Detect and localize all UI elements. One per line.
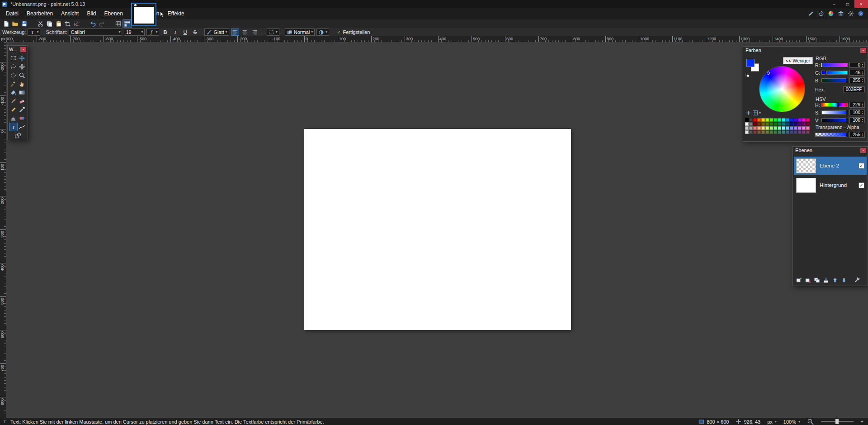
tools-toggle[interactable] bbox=[807, 10, 815, 18]
palette-swatch[interactable] bbox=[790, 126, 793, 130]
palette-swatch[interactable] bbox=[761, 126, 765, 130]
add-color-button[interactable] bbox=[745, 110, 751, 116]
align-left-button[interactable] bbox=[231, 29, 239, 36]
palette-swatch[interactable] bbox=[745, 118, 749, 122]
antialias-select[interactable]: Glatt ▾ bbox=[204, 29, 229, 36]
palette-swatch[interactable] bbox=[749, 118, 753, 122]
open-folder-button[interactable] bbox=[10, 19, 19, 28]
move-selection-tool-button[interactable] bbox=[18, 62, 26, 71]
italic-button[interactable]: I bbox=[171, 29, 179, 36]
align-center-button[interactable] bbox=[241, 29, 249, 36]
bold-button[interactable]: B bbox=[161, 29, 169, 36]
layers-window-titlebar[interactable]: Ebenen × bbox=[793, 147, 868, 154]
palette-swatch[interactable] bbox=[769, 122, 773, 126]
minimize-button[interactable]: – bbox=[827, 0, 841, 8]
underline-button[interactable]: U bbox=[181, 29, 189, 36]
palette-swatch[interactable] bbox=[757, 126, 761, 130]
palette-swatch[interactable] bbox=[774, 130, 777, 134]
image-thumbnail-tab[interactable] bbox=[131, 3, 156, 26]
menu-ebenen[interactable]: Ebenen bbox=[100, 9, 127, 19]
palette-swatch[interactable] bbox=[745, 130, 749, 134]
copy-button[interactable] bbox=[45, 19, 54, 28]
zoom-slider-thumb[interactable] bbox=[835, 419, 839, 424]
palette-swatch[interactable] bbox=[774, 122, 777, 126]
palette-swatch[interactable] bbox=[753, 126, 757, 130]
settings-gear[interactable] bbox=[847, 10, 855, 18]
tool-selector[interactable]: T ▾ bbox=[28, 29, 40, 36]
palette-swatch[interactable] bbox=[778, 118, 781, 122]
color-picker-tool-button[interactable] bbox=[18, 105, 26, 114]
crop-image-button[interactable] bbox=[63, 19, 72, 28]
magic-wand-tool-button[interactable] bbox=[9, 80, 18, 88]
palette-swatch[interactable] bbox=[794, 122, 797, 126]
h-slider[interactable] bbox=[821, 103, 848, 107]
palette-swatch[interactable] bbox=[782, 130, 785, 134]
text-tool-button[interactable]: T bbox=[9, 123, 18, 131]
title-bar[interactable]: *Unbenannt.png - paint.net 5.0.13 – □ × bbox=[0, 0, 868, 8]
palette-swatch[interactable] bbox=[761, 130, 765, 134]
s-spinner[interactable]: ▲▼ bbox=[861, 110, 864, 115]
canvas[interactable] bbox=[304, 129, 571, 330]
palette-swatch[interactable] bbox=[786, 126, 789, 130]
b-slider[interactable] bbox=[821, 78, 848, 82]
palette-swatch[interactable] bbox=[753, 118, 757, 122]
menu-ansicht[interactable]: Ansicht bbox=[57, 9, 83, 19]
close-icon[interactable]: × bbox=[860, 48, 866, 53]
font-size-select[interactable]: 19 ▾ bbox=[124, 29, 145, 36]
palette-swatch[interactable] bbox=[745, 126, 749, 130]
shapes-tool-button[interactable] bbox=[14, 131, 22, 140]
v-spinner[interactable]: ▲▼ bbox=[861, 118, 864, 123]
r-spinner[interactable]: ▲▼ bbox=[861, 63, 864, 67]
zoom-slider[interactable] bbox=[821, 421, 854, 422]
help[interactable]: ? bbox=[857, 10, 865, 18]
palette-swatch[interactable] bbox=[778, 126, 781, 130]
palette-swatch[interactable] bbox=[806, 126, 810, 130]
palette-swatch[interactable] bbox=[753, 130, 757, 134]
close-button[interactable]: × bbox=[854, 0, 868, 8]
palette-swatch[interactable] bbox=[765, 130, 769, 134]
palette-swatch[interactable] bbox=[765, 118, 769, 122]
palette-swatch[interactable] bbox=[806, 118, 810, 122]
history-toggle[interactable] bbox=[817, 10, 825, 18]
palette-swatch[interactable] bbox=[798, 126, 802, 130]
alpha-slider[interactable] bbox=[815, 133, 848, 137]
pixel-grid-toggle-button[interactable] bbox=[113, 19, 123, 28]
paint-bucket-tool-button[interactable] bbox=[9, 88, 18, 97]
color-wheel[interactable] bbox=[760, 67, 805, 112]
alpha-value-input[interactable]: 255▲▼ bbox=[849, 132, 865, 138]
palette-swatch[interactable] bbox=[786, 122, 789, 126]
lasso-select-tool-button[interactable] bbox=[9, 62, 18, 71]
unit-select[interactable]: px ▾ bbox=[767, 419, 777, 425]
zoom-tool-button[interactable] bbox=[18, 71, 26, 80]
less-button[interactable]: << Weniger bbox=[783, 57, 813, 64]
palette-swatch[interactable] bbox=[782, 118, 785, 122]
gradient-tool-button[interactable] bbox=[18, 88, 26, 97]
merge-layer-down-button[interactable] bbox=[822, 277, 830, 284]
palette-swatch[interactable] bbox=[790, 122, 793, 126]
palette-swatch[interactable] bbox=[765, 122, 769, 126]
hex-input[interactable]: 002EFF bbox=[843, 86, 865, 92]
line-curve-tool-button[interactable] bbox=[18, 123, 26, 131]
add-layer-button[interactable] bbox=[795, 277, 803, 284]
palette-swatch[interactable] bbox=[778, 130, 781, 134]
menu-bild[interactable]: Bild bbox=[83, 9, 100, 19]
b-spinner[interactable]: ▲▼ bbox=[861, 78, 864, 83]
palette-swatch[interactable] bbox=[749, 126, 753, 130]
align-right-button[interactable] bbox=[251, 29, 259, 36]
palette-swatch[interactable] bbox=[761, 122, 765, 126]
rulers-toggle-button[interactable] bbox=[123, 19, 132, 28]
delete-layer-button[interactable] bbox=[804, 277, 812, 284]
h-spinner[interactable]: ▲▼ bbox=[861, 103, 864, 107]
new-file-button[interactable] bbox=[1, 19, 10, 28]
s-value-input[interactable]: 100▲▼ bbox=[849, 110, 865, 115]
palette-swatch[interactable] bbox=[790, 130, 793, 134]
r-value-input[interactable]: 0▲▼ bbox=[849, 62, 865, 68]
palette-swatch[interactable] bbox=[778, 122, 781, 126]
layer-visible-checkbox[interactable]: ✓ bbox=[859, 163, 864, 169]
move-layer-down-button[interactable] bbox=[840, 277, 848, 284]
b-value-input[interactable]: 255▲▼ bbox=[849, 77, 865, 83]
g-value-input[interactable]: 46▲▼ bbox=[849, 70, 865, 76]
move-selected-pixels-tool-button[interactable] bbox=[18, 54, 26, 62]
palette-swatch[interactable] bbox=[794, 126, 797, 130]
palette-swatch[interactable] bbox=[765, 126, 769, 130]
